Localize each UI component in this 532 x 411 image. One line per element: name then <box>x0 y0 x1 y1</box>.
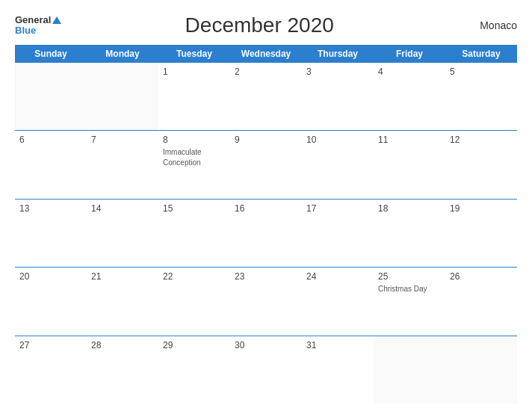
day-number: 26 <box>450 271 513 282</box>
day-number: 4 <box>378 67 441 77</box>
day-number: 9 <box>235 135 297 145</box>
cal-cell: 25Christmas Day <box>374 268 445 335</box>
cal-cell: 28 <box>87 336 158 404</box>
cal-cell: 12 <box>445 131 517 198</box>
cal-cell: 27 <box>15 336 87 404</box>
cal-cell: 6 <box>15 131 87 198</box>
day-number: 20 <box>19 271 82 282</box>
day-number: 2 <box>235 67 297 77</box>
day-header-wednesday: Wednesday <box>230 45 302 63</box>
page-header: General Blue December 2020 Monaco <box>15 13 517 37</box>
cal-cell <box>445 336 517 404</box>
calendar-header: SundayMondayTuesdayWednesdayThursdayFrid… <box>15 45 517 63</box>
logo-blue-text: Blue <box>15 25 36 36</box>
week-row-0: 12345 <box>15 63 517 131</box>
cal-cell <box>374 336 445 404</box>
cal-cell: 7 <box>87 131 158 198</box>
day-number: 23 <box>235 271 297 282</box>
day-number: 17 <box>306 203 369 214</box>
day-header-friday: Friday <box>374 45 445 63</box>
calendar-body: 12345678Immaculate Conception91011121314… <box>15 63 517 404</box>
cal-cell: 1 <box>158 63 230 130</box>
week-row-3: 202122232425Christmas Day26 <box>15 268 517 336</box>
cal-cell: 16 <box>230 200 302 267</box>
logo: General Blue <box>15 15 61 37</box>
day-number: 28 <box>91 340 154 350</box>
cal-cell: 31 <box>302 336 374 404</box>
day-number: 8 <box>163 135 226 145</box>
cal-cell: 3 <box>302 63 374 130</box>
day-header-sunday: Sunday <box>15 45 87 63</box>
cal-cell: 30 <box>230 336 302 404</box>
cal-cell: 10 <box>302 131 374 198</box>
day-number: 13 <box>19 203 82 214</box>
cal-cell <box>87 63 158 130</box>
cal-cell: 14 <box>87 200 158 267</box>
week-row-2: 13141516171819 <box>15 200 517 268</box>
day-number: 31 <box>306 340 369 350</box>
day-number: 24 <box>306 271 369 282</box>
cal-cell: 4 <box>374 63 445 130</box>
day-number: 11 <box>378 135 441 145</box>
cal-cell: 15 <box>158 200 230 267</box>
page-title: December 2020 <box>61 13 457 37</box>
cal-cell: 18 <box>374 200 445 267</box>
cal-cell: 26 <box>445 268 517 335</box>
logo-general-text: General <box>15 15 51 25</box>
cal-cell: 9 <box>230 131 302 198</box>
country-label: Monaco <box>457 19 517 31</box>
day-number: 14 <box>91 203 154 214</box>
day-number: 16 <box>235 203 297 214</box>
cal-cell: 17 <box>302 200 374 267</box>
cal-cell: 5 <box>445 63 517 130</box>
cal-cell: 8Immaculate Conception <box>158 131 230 198</box>
day-number: 3 <box>306 67 369 77</box>
day-number: 5 <box>450 67 513 77</box>
calendar-page: General Blue December 2020 Monaco Sunday… <box>0 0 532 411</box>
cal-cell: 29 <box>158 336 230 404</box>
cal-cell: 22 <box>158 268 230 335</box>
cal-cell: 20 <box>15 268 87 335</box>
day-header-thursday: Thursday <box>302 45 374 63</box>
calendar: SundayMondayTuesdayWednesdayThursdayFrid… <box>15 45 517 404</box>
cal-cell: 21 <box>87 268 158 335</box>
day-number: 29 <box>163 340 226 350</box>
day-number: 21 <box>91 271 154 282</box>
day-event: Christmas Day <box>378 285 427 293</box>
cal-cell: 13 <box>15 200 87 267</box>
day-number: 19 <box>450 203 513 214</box>
logo-triangle-icon <box>52 16 61 24</box>
day-number: 18 <box>378 203 441 214</box>
cal-cell: 24 <box>302 268 374 335</box>
week-row-4: 2728293031 <box>15 336 517 404</box>
day-header-saturday: Saturday <box>445 45 517 63</box>
week-row-1: 678Immaculate Conception9101112 <box>15 131 517 199</box>
day-number: 25 <box>378 271 441 282</box>
day-number: 27 <box>19 340 82 350</box>
day-number: 15 <box>163 203 226 214</box>
cal-cell: 2 <box>230 63 302 130</box>
day-number: 7 <box>91 135 154 145</box>
day-event: Immaculate Conception <box>163 148 202 167</box>
day-number: 30 <box>235 340 297 350</box>
day-header-monday: Monday <box>87 45 158 63</box>
cal-cell: 23 <box>230 268 302 335</box>
cal-cell: 19 <box>445 200 517 267</box>
day-header-tuesday: Tuesday <box>158 45 230 63</box>
day-number: 1 <box>163 67 226 77</box>
day-number: 22 <box>163 271 226 282</box>
day-number: 6 <box>19 135 82 145</box>
cal-cell <box>15 63 87 130</box>
cal-cell: 11 <box>374 131 445 198</box>
day-number: 12 <box>450 135 513 145</box>
day-number: 10 <box>306 135 369 145</box>
